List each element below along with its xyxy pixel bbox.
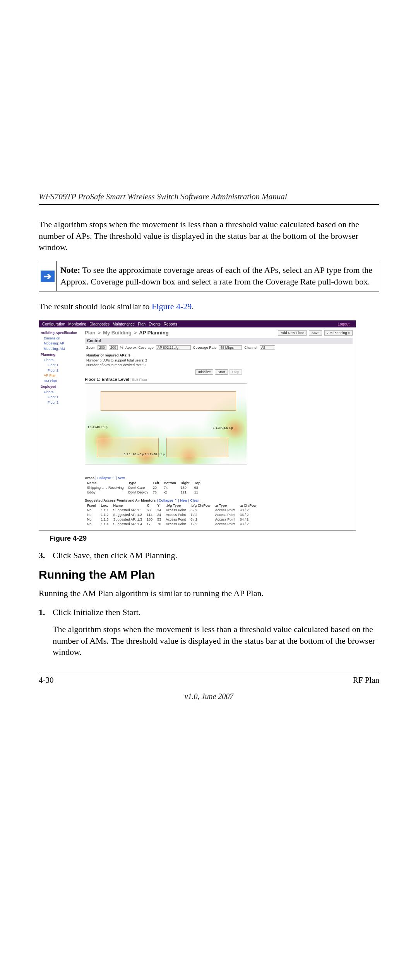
am-intro: Running the AM Plan algorithm is similar… xyxy=(39,588,379,599)
sb-item[interactable]: Floors xyxy=(44,390,80,395)
sb-title: Planning xyxy=(41,352,80,358)
edit-floor-link[interactable]: | Edit Floor xyxy=(130,378,147,382)
initialize-button[interactable]: Initialize xyxy=(195,369,214,375)
nav-item[interactable]: Plan xyxy=(138,322,146,326)
sugg-header: Suggested Access Points and Air Monitors… xyxy=(85,499,353,502)
stop-button[interactable]: Stop xyxy=(230,369,242,375)
note-icon-cell: ➔ xyxy=(39,261,57,291)
bc-c: AP Planning xyxy=(139,330,168,336)
col: Top xyxy=(192,481,203,485)
areas-header: Areas | Collapse ⌃ | New xyxy=(85,476,353,480)
logout-link[interactable]: Logout xyxy=(337,322,349,326)
floorplan: 1.1.4:r48.a:1.p 1.1.3:r84.a:6.p 1.1.1:r4… xyxy=(85,383,247,464)
section-heading: Running the AM Plan xyxy=(39,568,379,581)
step-text: Click Save, then click AM Planning. xyxy=(53,550,379,561)
rate-label: Coverage Rate xyxy=(193,346,217,350)
zoom-label: Zoom xyxy=(86,346,95,350)
floor-header: Floor 1: Entrace Level | Edit Floor xyxy=(85,377,353,382)
sb-item[interactable]: Floor 1 xyxy=(48,363,80,368)
sb-item[interactable]: Floor 1 xyxy=(48,395,80,400)
embedded-screenshot: Configuration Monitoring Diagnostics Mai… xyxy=(39,320,356,531)
ap-label: 1.1.4:r48.a:1.p xyxy=(87,425,108,429)
areas-block: Areas | Collapse ⌃ | New Name Type Left … xyxy=(85,476,353,526)
control-header: Control xyxy=(85,338,353,344)
col: Name xyxy=(85,481,126,485)
sb-title: Deployed xyxy=(41,384,80,390)
room-box xyxy=(166,438,228,457)
sb-item[interactable]: Floor 2 xyxy=(48,400,80,406)
sb-item[interactable]: Floors xyxy=(44,358,80,363)
page-footer: 4-30 RF Plan xyxy=(39,673,379,685)
ap-type-select[interactable]: AP 802.11b/g xyxy=(156,345,191,350)
start-button[interactable]: Start xyxy=(215,369,228,375)
breadcrumb: Plan > My Building > AP Planning Add New… xyxy=(85,330,353,336)
table-row: lobby Don't Deploy 76 -2 121 11 xyxy=(85,490,203,495)
am-planning-button[interactable]: AM Planning » xyxy=(324,330,353,336)
figure-caption: Figure 4-29 xyxy=(50,535,379,543)
sb-item[interactable]: Dimension xyxy=(44,336,80,341)
note-box: ➔ Note: To see the approximate coverage … xyxy=(39,261,379,291)
control-row: Zoom 200 200 % Approx. Coverage AP 802.1… xyxy=(85,344,353,351)
floor-title: Floor 1: Entrace Level xyxy=(85,377,129,382)
bc-b[interactable]: My Building xyxy=(103,330,132,336)
col: Left xyxy=(151,481,162,485)
intro-paragraph: The algorithm stops when the movement is… xyxy=(39,219,379,253)
am-paragraph: The algorithm stops when the movement is… xyxy=(53,624,379,658)
col: Bottom xyxy=(161,481,178,485)
room-box xyxy=(101,391,236,411)
col: Type xyxy=(126,481,151,485)
nav-item[interactable]: Diagnostics xyxy=(89,322,110,326)
channel-label: Channel xyxy=(244,346,257,350)
page-number: 4-30 xyxy=(39,675,54,685)
table-row: No1.1.3Suggested AP: 1.318053Access Poin… xyxy=(85,517,259,522)
rate-select[interactable]: 48 Mbps xyxy=(219,345,242,350)
figure-link[interactable]: Figure 4-29 xyxy=(152,302,192,311)
sb-item[interactable]: AM Plan xyxy=(44,379,80,384)
nav-item[interactable]: Monitoring xyxy=(68,322,86,326)
save-button[interactable]: Save xyxy=(309,330,322,336)
nav-item[interactable]: Events xyxy=(149,322,161,326)
req-line: Number of APs to meet desired rate: 9 xyxy=(86,363,351,368)
zoom-input[interactable]: 200 xyxy=(98,345,106,350)
ap-label: 1.1.3:r84.a:6.p xyxy=(213,426,233,430)
sb-title: Building Specification xyxy=(41,331,80,336)
table-row: No1.1.2Suggested AP: 1.211424Access Poin… xyxy=(85,512,259,517)
init-btn-row: Initialize Start Stop xyxy=(85,369,353,375)
ss-sidebar: Building Specification Dimension Modelin… xyxy=(39,327,82,530)
note-label: Note: xyxy=(60,265,80,275)
ss-main: Plan > My Building > AP Planning Add New… xyxy=(82,327,356,530)
sb-item[interactable]: Modeling: AM xyxy=(44,346,80,352)
ap-label: 1.1.1:r40.a:6.p 1.1.2:r38.a:1.p xyxy=(124,452,164,456)
result-prefix: The result should look similar to xyxy=(39,302,152,311)
bc-a[interactable]: Plan xyxy=(85,330,95,336)
chapter-title: RF Plan xyxy=(353,675,379,685)
result-suffix: . xyxy=(192,302,194,311)
channel-select[interactable]: All xyxy=(260,345,275,350)
sugg-table: Fixed Loc. Name X Y .b/g Type .b/g Ch/Po… xyxy=(85,503,259,526)
sb-item-active[interactable]: AP Plan xyxy=(44,373,80,379)
manual-page: WFS709TP ProSafe Smart Wireless Switch S… xyxy=(39,192,379,701)
col: Right xyxy=(178,481,192,485)
table-row: No1.1.1Suggested AP: 1.16824Access Point… xyxy=(85,508,259,512)
result-paragraph: The result should look similar to Figure… xyxy=(39,301,379,312)
sb-item[interactable]: Floor 2 xyxy=(48,368,80,373)
approx-label: Approx. Coverage xyxy=(125,346,154,350)
zoom-pct-select[interactable]: 200 xyxy=(109,345,118,350)
arrow-right-icon: ➔ xyxy=(41,271,55,282)
step-number: 3. xyxy=(39,550,48,561)
table-row: Shipping and Receiving Don't Care 20 74 … xyxy=(85,485,203,490)
step-text: Click Initialize then Start. xyxy=(53,607,379,618)
note-text: Note: To see the approximate coverage ar… xyxy=(57,261,379,291)
nav-item[interactable]: Maintenance xyxy=(113,322,135,326)
pct-suffix: % xyxy=(120,346,123,350)
table-row: No1.1.4Suggested AP: 1.41770Access Point… xyxy=(85,522,259,526)
req-title: Number of required APs: 9 xyxy=(86,353,130,357)
nav-item[interactable]: Configuration xyxy=(42,322,65,326)
sb-item[interactable]: Modeling: AP xyxy=(44,341,80,346)
nav-item[interactable]: Reports xyxy=(164,322,177,326)
add-floor-button[interactable]: Add New Floor xyxy=(278,330,307,336)
areas-table: Name Type Left Bottom Right Top Shipping… xyxy=(85,481,203,495)
doc-header: WFS709TP ProSafe Smart Wireless Switch S… xyxy=(39,192,379,205)
step-number: 1. xyxy=(39,607,48,666)
req-block: Number of required APs: 9 Number of APs … xyxy=(85,351,353,368)
